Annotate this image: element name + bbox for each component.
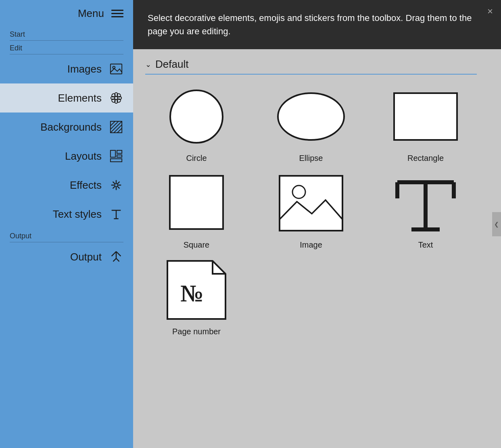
page-number-label: Page number <box>172 327 221 336</box>
elements-label: Elements <box>58 92 102 104</box>
layouts-label: Layouts <box>65 150 102 163</box>
toolbox-area: ⌄ Default Circle <box>133 49 501 448</box>
svg-point-39 <box>278 93 344 140</box>
svg-rect-19 <box>117 155 122 157</box>
layouts-icon <box>109 149 123 163</box>
flower-icon <box>109 91 123 105</box>
svg-rect-17 <box>111 150 115 157</box>
rectangle-label: Rectangle <box>407 154 444 163</box>
sidebar-item-effects[interactable]: Effects <box>0 171 133 200</box>
element-page-number[interactable]: № Page number <box>145 258 248 336</box>
svg-line-15 <box>114 125 122 133</box>
square-label: Square <box>184 240 210 250</box>
images-label: Images <box>67 63 102 75</box>
svg-rect-18 <box>117 150 122 154</box>
section-header[interactable]: ⌄ Default <box>145 49 477 75</box>
svg-line-27 <box>117 182 120 184</box>
svg-rect-40 <box>394 93 457 140</box>
effects-icon <box>109 178 123 192</box>
backgrounds-label: Backgrounds <box>40 121 102 133</box>
svg-rect-42 <box>280 176 342 231</box>
elements-grid: Circle Ellipse <box>145 84 477 336</box>
sidebar-item-output[interactable]: Output <box>0 242 133 271</box>
element-ellipse[interactable]: Ellipse <box>260 84 362 163</box>
circle-preview <box>160 84 233 149</box>
svg-line-26 <box>117 186 120 189</box>
svg-point-1 <box>113 66 115 69</box>
text-styles-label: Text styles <box>53 208 102 221</box>
element-circle[interactable]: Circle <box>145 84 248 163</box>
image-label: Image <box>300 240 322 250</box>
ellipse-label: Ellipse <box>299 154 323 163</box>
section-edit: Edit <box>0 41 133 54</box>
svg-text:№: № <box>180 280 202 306</box>
section-start: Start <box>0 27 133 40</box>
close-button[interactable]: × <box>487 6 493 16</box>
effects-label: Effects <box>70 179 102 192</box>
page-number-preview: № <box>160 258 233 322</box>
svg-line-12 <box>111 121 122 133</box>
rectangle-preview <box>389 84 462 149</box>
expand-handle[interactable] <box>492 212 501 236</box>
output-icon <box>109 250 123 264</box>
svg-rect-20 <box>111 159 122 162</box>
image-element-preview <box>275 171 347 235</box>
svg-rect-0 <box>111 64 122 74</box>
patterns-icon <box>109 120 123 134</box>
element-square[interactable]: Square <box>145 171 248 250</box>
svg-line-34 <box>116 252 121 256</box>
info-banner-text: Select decorative elements, emojis and s… <box>148 13 472 36</box>
chevron-down-icon: ⌄ <box>145 60 151 69</box>
svg-point-38 <box>170 90 223 143</box>
element-text[interactable]: Text <box>374 171 477 250</box>
image-icon <box>109 62 123 76</box>
svg-line-13 <box>111 121 119 129</box>
square-preview <box>160 171 233 235</box>
sidebar-item-text-styles[interactable]: Text styles <box>0 200 133 229</box>
svg-line-33 <box>112 252 116 256</box>
sidebar-item-layouts[interactable]: Layouts <box>0 142 133 171</box>
info-banner: Select decorative elements, emojis and s… <box>133 0 501 49</box>
hamburger-icon[interactable] <box>111 10 123 17</box>
circle-label: Circle <box>186 154 207 163</box>
main-content: Select decorative elements, emojis and s… <box>133 0 501 448</box>
element-image[interactable]: Image <box>260 171 362 250</box>
element-rectangle[interactable]: Rectangle <box>374 84 477 163</box>
section-output: Output <box>0 229 133 242</box>
sidebar-item-images[interactable]: Images <box>0 54 133 83</box>
text-preview <box>389 171 462 235</box>
sidebar-menu[interactable]: Menu <box>0 0 133 27</box>
svg-line-36 <box>113 258 116 262</box>
sidebar: Menu Start Edit Images Elements <box>0 0 133 448</box>
section-header-label: Default <box>155 58 188 71</box>
sidebar-item-elements[interactable]: Elements <box>0 83 133 113</box>
svg-point-29 <box>115 183 118 187</box>
svg-line-28 <box>113 186 115 189</box>
text-label: Text <box>418 240 433 250</box>
menu-label: Menu <box>78 7 104 20</box>
text-icon <box>109 207 123 221</box>
ellipse-preview <box>275 84 347 149</box>
svg-point-2 <box>115 96 118 100</box>
output-label: Output <box>70 251 102 263</box>
svg-line-25 <box>113 182 115 184</box>
sidebar-item-backgrounds[interactable]: Backgrounds <box>0 113 133 142</box>
svg-line-37 <box>116 258 119 262</box>
svg-rect-41 <box>170 176 223 229</box>
